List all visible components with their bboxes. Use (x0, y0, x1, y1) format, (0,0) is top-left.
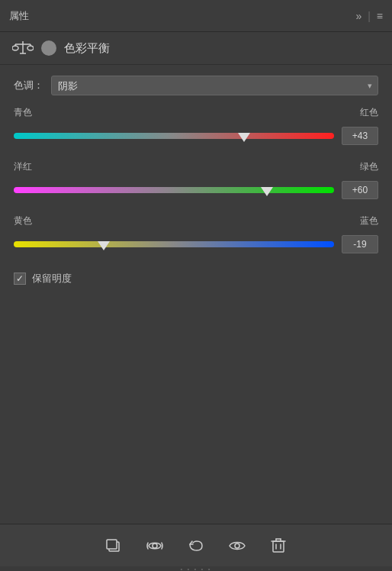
expand-icon[interactable]: » (355, 10, 361, 22)
content-spacer (14, 296, 378, 513)
slider3-value[interactable]: -19 (342, 235, 378, 253)
svg-point-9 (153, 544, 157, 548)
svg-rect-11 (273, 541, 284, 552)
visibility-button[interactable] (142, 533, 168, 559)
preserve-luminosity-label: 保留明度 (32, 272, 72, 286)
delete-button[interactable] (265, 533, 291, 559)
yellow-label: 黄色 (14, 215, 32, 227)
panel-header: 属性 » | ≡ (0, 0, 392, 32)
slider1-labels: 青色 红色 (14, 106, 378, 119)
tone-select-wrapper: 高光 中间调 阴影 ▾ (51, 76, 378, 95)
checkmark-icon: ✓ (16, 273, 24, 284)
tone-select[interactable]: 高光 中间调 阴影 (51, 76, 378, 95)
header-icons: » | ≡ (355, 10, 383, 22)
magenta-green-slider-row: 洋红 绿色 +60 (14, 160, 378, 204)
tone-row: 色调： 高光 中间调 阴影 ▾ (14, 76, 378, 95)
cyan-label: 青色 (14, 106, 32, 119)
slider3-thumb[interactable] (98, 241, 110, 250)
slider1-value[interactable]: +43 (342, 127, 378, 145)
color-balance-panel: 属性 » | ≡ 色彩平衡 色调： (0, 0, 392, 571)
slider1-track (14, 133, 334, 139)
balance-icon (12, 40, 34, 56)
reset-button[interactable] (183, 533, 209, 559)
svg-rect-8 (107, 540, 117, 549)
cyan-red-slider-row: 青色 红色 +43 (14, 106, 378, 150)
header-divider: | (368, 10, 371, 22)
preserve-luminosity-row: ✓ 保留明度 (14, 272, 378, 286)
eye-button[interactable] (224, 533, 250, 559)
slider1-track-wrapper[interactable] (14, 122, 334, 150)
svg-point-2 (12, 46, 18, 50)
yellow-blue-slider-row: 黄色 蓝色 -19 (14, 215, 378, 258)
drag-handle: • • • • • (0, 566, 392, 571)
slider2-track (14, 187, 334, 193)
bottom-toolbar (0, 524, 392, 566)
tone-label: 色调： (14, 79, 43, 92)
magenta-label: 洋红 (14, 160, 32, 173)
slider1-thumb[interactable] (238, 133, 250, 142)
menu-icon[interactable]: ≡ (377, 10, 383, 22)
adjustment-circle-icon (41, 40, 56, 56)
panel-content: 色调： 高光 中间调 阴影 ▾ 青色 红色 (0, 65, 392, 524)
slider2-track-wrapper[interactable] (14, 176, 334, 204)
section-label: 色彩平衡 (64, 41, 110, 56)
slider2-thumb[interactable] (261, 187, 273, 196)
blue-label: 蓝色 (360, 215, 378, 227)
red-label: 红色 (360, 106, 378, 119)
svg-point-10 (235, 544, 239, 548)
preserve-luminosity-checkbox[interactable]: ✓ (14, 273, 26, 285)
slider3-container: -19 (14, 231, 378, 258)
slider3-track-wrapper[interactable] (14, 231, 334, 258)
slider2-labels: 洋红 绿色 (14, 160, 378, 173)
section-title-row: 色彩平衡 (0, 32, 392, 65)
green-label: 绿色 (360, 160, 378, 173)
slider2-value[interactable]: +60 (342, 181, 378, 199)
drag-dots: • • • • • (181, 566, 212, 572)
add-layer-button[interactable] (101, 533, 127, 559)
svg-point-3 (27, 46, 34, 50)
slider1-container: +43 (14, 122, 378, 150)
panel-title: 属性 (9, 9, 355, 23)
slider3-track (14, 241, 334, 247)
slider3-labels: 黄色 蓝色 (14, 215, 378, 227)
slider2-container: +60 (14, 176, 378, 204)
